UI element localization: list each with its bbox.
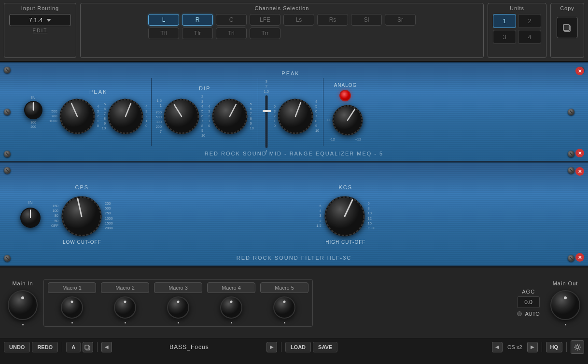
main-in-group: Main In	[6, 280, 40, 325]
channel-btn-Sl[interactable]: Sl	[351, 14, 382, 26]
settings-button[interactable]	[571, 340, 584, 354]
channels-section: Channels Selection L R C LFE Ls Rs Sl Sr…	[80, 3, 484, 58]
dip-freq-knob[interactable]	[163, 98, 200, 135]
eq-in-knob[interactable]	[23, 100, 43, 120]
main-in-dot	[22, 324, 24, 325]
dropdown-arrow-icon	[46, 19, 51, 22]
macro1-knob[interactable]	[59, 295, 84, 320]
auto-label: AUTO	[525, 311, 539, 317]
os-prev-btn[interactable]: ◀	[492, 342, 503, 352]
svg-point-37	[177, 300, 180, 303]
peak2-slider-thumb[interactable]	[263, 110, 271, 112]
peak2-boost-knob[interactable]	[277, 98, 314, 135]
analog-knob[interactable]	[332, 104, 364, 136]
unit-btn-2[interactable]: 2	[518, 14, 541, 28]
prev-preset-btn[interactable]: ◀	[101, 342, 112, 352]
save-button[interactable]: SAVE	[313, 342, 337, 352]
channel-btn-Trr[interactable]: Trr	[250, 28, 280, 39]
eq-in-label: IN	[31, 95, 36, 100]
status-bar: UNDO REDO A ◀ BASS_Focus ▶ LOAD SAVE ◀ O…	[0, 338, 588, 355]
peak1-boost-knob[interactable]	[107, 98, 144, 135]
dip-label: DIP	[199, 85, 210, 91]
svg-point-32	[61, 297, 83, 318]
channel-btn-Sr[interactable]: Sr	[385, 14, 416, 26]
macro4-btn[interactable]: Macro 4	[207, 282, 255, 293]
filter-in-knob[interactable]	[19, 207, 42, 229]
channel-btn-Tfl[interactable]: Tfl	[148, 28, 179, 39]
channel-btn-LFE[interactable]: LFE	[250, 14, 280, 26]
redo-button[interactable]: REDO	[32, 342, 58, 352]
auto-led	[517, 311, 522, 316]
kcs-knob[interactable]	[323, 195, 366, 238]
channel-btn-Tfr[interactable]: Tfr	[182, 28, 213, 39]
screw-bl	[4, 151, 11, 157]
macro1-btn[interactable]: Macro 1	[48, 282, 96, 293]
input-routing-label: Input Routing	[21, 5, 59, 11]
macro4-knob[interactable]	[219, 295, 244, 320]
cps-label: CPS	[75, 184, 89, 190]
channel-btn-L[interactable]: L	[148, 14, 179, 26]
close-btn-br[interactable]: ✕	[575, 149, 584, 157]
main-in-label: Main In	[12, 280, 33, 286]
edit-label[interactable]: EDIT	[33, 28, 48, 33]
dip-scale-right2: 5678910	[250, 102, 253, 131]
svg-point-43	[564, 296, 567, 299]
kcs-scale-right: 68101215OFF	[368, 201, 375, 231]
main-out-knob[interactable]	[548, 288, 582, 322]
peak1-scale-right: 43210	[97, 104, 99, 129]
cps-scale-left: 1501008050OFF	[51, 204, 58, 228]
dip-scale-left1: 1.517005003002007	[155, 98, 162, 135]
macro5-dot	[284, 322, 285, 323]
macro2-knob[interactable]	[112, 295, 138, 320]
channel-row1: L R C LFE Ls Rs Sl Sr	[148, 14, 416, 26]
units-label: Units	[510, 5, 524, 11]
filter-close-btn-tr[interactable]: ✕	[575, 167, 584, 176]
a-button[interactable]: A	[66, 342, 81, 352]
macro2-btn[interactable]: Macro 2	[101, 282, 149, 293]
macro5-knob[interactable]	[272, 295, 297, 320]
channel-btn-Ls[interactable]: Ls	[283, 14, 314, 26]
hq-button[interactable]: HQ	[546, 342, 563, 352]
filter-screw-tl	[4, 167, 11, 174]
svg-point-34	[114, 297, 136, 318]
copy-preset-btn[interactable]	[83, 342, 93, 352]
dip-boost-knob[interactable]	[211, 98, 249, 135]
analog-db-plus: +12	[355, 137, 362, 141]
gear-icon	[574, 343, 581, 351]
agc-display[interactable]: 0.0	[517, 296, 540, 308]
analog-indicator[interactable]	[339, 90, 351, 101]
close-btn-tr[interactable]: ✕	[575, 67, 584, 75]
load-button[interactable]: LOAD	[285, 342, 311, 352]
channel-btn-C[interactable]: C	[216, 14, 247, 26]
screw-mr	[568, 109, 574, 115]
channel-btn-R[interactable]: R	[182, 14, 213, 26]
peak1-freq-knob[interactable]	[58, 98, 96, 135]
peak2-slider[interactable]	[265, 95, 268, 148]
cps-knob[interactable]	[60, 195, 103, 238]
copy-icon	[562, 22, 573, 33]
svg-point-40	[274, 297, 295, 318]
divider1	[62, 342, 62, 352]
macro3-btn[interactable]: Macro 3	[154, 282, 202, 293]
screw-tl	[4, 67, 11, 73]
divider3	[281, 342, 281, 352]
next-preset-btn[interactable]: ▶	[266, 342, 277, 352]
input-routing-dropdown[interactable]: 7.1.4	[9, 14, 71, 26]
channel-btn-Rs[interactable]: Rs	[317, 14, 348, 26]
unit-btn-1[interactable]: 1	[493, 14, 516, 28]
os-next-btn[interactable]: ▶	[527, 342, 538, 352]
agc-section: AGC 0.0 AUTO	[517, 289, 540, 317]
macro3-knob[interactable]	[166, 295, 191, 320]
undo-button[interactable]: UNDO	[4, 342, 30, 352]
unit-btn-3[interactable]: 3	[493, 30, 516, 44]
macro1-item: Macro 1	[48, 282, 96, 323]
agc-value: 0.0	[524, 299, 532, 306]
svg-point-36	[168, 297, 189, 318]
channel-btn-Trl[interactable]: Trl	[216, 28, 247, 39]
macro5-btn[interactable]: Macro 5	[260, 282, 308, 293]
filter-close-btn-br[interactable]: ✕	[575, 253, 584, 262]
unit-btn-4[interactable]: 4	[518, 30, 541, 44]
main-out-dot	[565, 324, 566, 325]
main-in-knob[interactable]	[6, 288, 40, 322]
copy-button[interactable]	[557, 17, 578, 38]
